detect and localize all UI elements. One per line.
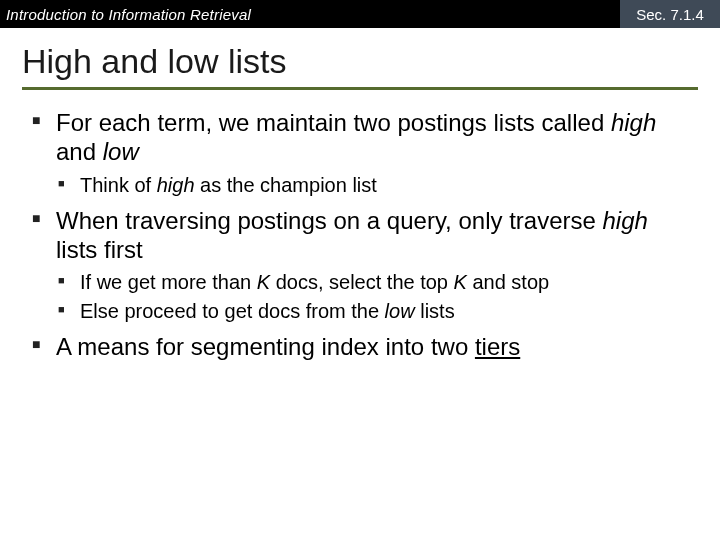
text: Else proceed to get docs from the xyxy=(80,300,385,322)
term-high: high xyxy=(603,207,648,234)
text: as the champion list xyxy=(195,174,377,196)
text: and stop xyxy=(467,271,549,293)
term-high: high xyxy=(611,109,656,136)
term-high: high xyxy=(157,174,195,196)
var-k: K xyxy=(454,271,467,293)
title-area: High and low lists xyxy=(0,28,720,108)
bullet-1: For each term, we maintain two postings … xyxy=(30,108,690,198)
bullet-2b: Else proceed to get docs from the low li… xyxy=(56,299,690,324)
bullet-list: For each term, we maintain two postings … xyxy=(30,108,690,361)
text: lists first xyxy=(56,236,143,263)
text: If we get more than xyxy=(80,271,257,293)
bullet-1a: Think of high as the champion list xyxy=(56,173,690,198)
content-area: For each term, we maintain two postings … xyxy=(0,108,720,361)
sub-list: Think of high as the champion list xyxy=(56,173,690,198)
section-label: Sec. 7.1.4 xyxy=(620,0,720,28)
text: Think of xyxy=(80,174,157,196)
bullet-2a: If we get more than K docs, select the t… xyxy=(56,270,690,295)
text: A means for segmenting index into two xyxy=(56,333,475,360)
var-k: K xyxy=(257,271,270,293)
text: For each term, we maintain two postings … xyxy=(56,109,611,136)
term-low: low xyxy=(385,300,415,322)
text: and xyxy=(56,138,103,165)
sub-list: If we get more than K docs, select the t… xyxy=(56,270,690,324)
bullet-3: A means for segmenting index into two ti… xyxy=(30,332,690,361)
page-title: High and low lists xyxy=(22,42,698,81)
text: lists xyxy=(415,300,455,322)
text: docs, select the top xyxy=(270,271,453,293)
term-tiers: tiers xyxy=(475,333,520,360)
term-low: low xyxy=(103,138,139,165)
title-rule xyxy=(22,87,698,90)
bullet-2: When traversing postings on a query, onl… xyxy=(30,206,690,325)
course-title: Introduction to Information Retrieval xyxy=(0,6,251,23)
slide: Introduction to Information Retrieval Se… xyxy=(0,0,720,540)
top-bar: Introduction to Information Retrieval Se… xyxy=(0,0,720,28)
text: When traversing postings on a query, onl… xyxy=(56,207,603,234)
